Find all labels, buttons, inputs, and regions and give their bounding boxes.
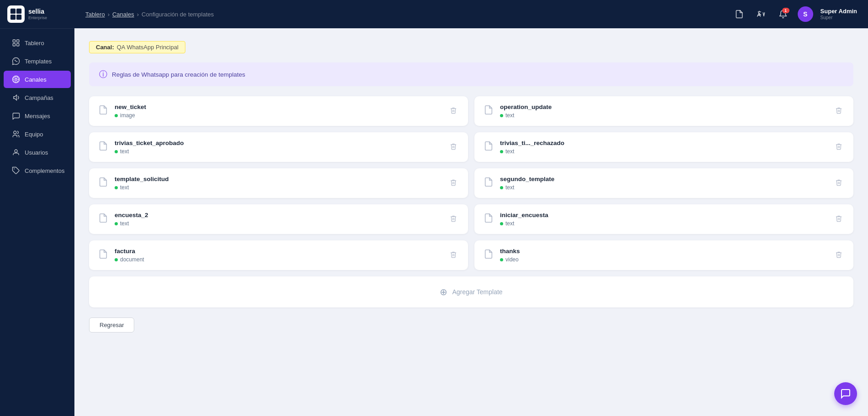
template-type: video: [500, 256, 827, 263]
delete-template-button[interactable]: [833, 141, 844, 154]
sidebar-item-templates[interactable]: Templates: [4, 52, 71, 70]
delete-template-button[interactable]: [833, 177, 844, 190]
notifications-icon-btn[interactable]: 1: [776, 7, 790, 21]
type-label: video: [505, 256, 519, 263]
type-dot: [115, 114, 118, 117]
template-name: segundo_template: [500, 176, 827, 182]
sidebar-item-label: Equipo: [25, 131, 43, 138]
type-dot: [500, 114, 503, 117]
template-card[interactable]: encuesta_2 text: [89, 204, 468, 234]
sidebar-item-complementos[interactable]: Complementos: [4, 162, 71, 179]
template-type: document: [115, 256, 442, 263]
type-label: text: [505, 112, 514, 119]
doc-icon: [98, 177, 108, 189]
svg-rect-6: [13, 44, 15, 46]
template-card[interactable]: new_ticket image: [89, 96, 468, 126]
type-dot: [115, 258, 118, 261]
template-type: image: [115, 112, 442, 119]
canal-label: Canal:: [96, 44, 114, 51]
breadcrumb-tablero[interactable]: Tablero: [85, 11, 105, 18]
template-name: trivias_ticket_aprobado: [115, 140, 442, 146]
template-type: text: [115, 184, 442, 191]
svg-point-9: [14, 77, 19, 82]
svg-rect-4: [13, 40, 15, 42]
type-label: text: [120, 220, 129, 227]
type-dot: [115, 186, 118, 189]
template-info: new_ticket image: [115, 104, 442, 119]
delete-template-button[interactable]: [833, 249, 844, 262]
add-template-card[interactable]: ⊕ Agregar Template: [89, 276, 853, 307]
template-info: factura document: [115, 248, 442, 263]
breadcrumb-sep2: ›: [137, 11, 139, 18]
avatar[interactable]: S: [798, 6, 813, 22]
sidebar-item-label: Tablero: [25, 40, 44, 47]
delete-template-button[interactable]: [833, 213, 844, 226]
delete-template-button[interactable]: [448, 213, 459, 226]
logo-icon: [7, 5, 25, 23]
chat-bubble-button[interactable]: [834, 382, 857, 405]
breadcrumb-canales[interactable]: Canales: [112, 11, 134, 18]
type-dot: [500, 258, 503, 261]
sidebar-item-campanas[interactable]: Campañas: [4, 89, 71, 106]
type-label: text: [120, 184, 129, 191]
back-button[interactable]: Regresar: [89, 317, 134, 333]
svg-rect-1: [16, 9, 21, 14]
info-banner[interactable]: ⓘ Reglas de Whatsapp para creación de te…: [89, 62, 853, 86]
template-card[interactable]: thanks video: [474, 240, 853, 270]
doc-icon: [484, 177, 494, 189]
delete-template-button[interactable]: [448, 141, 459, 154]
puzzle-icon: [12, 166, 20, 175]
template-type: text: [500, 148, 827, 155]
template-info: iniciar_encuesta text: [500, 212, 827, 227]
svg-point-11: [14, 131, 16, 134]
topbar: Tablero › Canales › Configuración de tem…: [74, 0, 868, 28]
user-name: Super Admin: [821, 8, 857, 15]
type-dot: [115, 222, 118, 225]
template-card[interactable]: trivias_ticket_aprobado text: [89, 132, 468, 162]
template-name: thanks: [500, 248, 827, 255]
sidebar-item-equipo[interactable]: Equipo: [4, 125, 71, 143]
sidebar-item-mensajes[interactable]: Mensajes: [4, 107, 71, 125]
template-name: factura: [115, 248, 442, 255]
content: Canal: QA WhatsApp Principal ⓘ Reglas de…: [74, 28, 868, 416]
breadcrumb: Tablero › Canales › Configuración de tem…: [85, 11, 214, 18]
sidebar-item-label: Complementos: [25, 167, 64, 174]
template-name: template_solicitud: [115, 176, 442, 182]
doc-icon: [484, 249, 494, 261]
docs-icon-btn[interactable]: [732, 7, 747, 21]
template-info: segundo_template text: [500, 176, 827, 191]
template-type: text: [500, 112, 827, 119]
translate-icon-btn[interactable]: [754, 7, 768, 21]
sidebar-item-tablero[interactable]: Tablero: [4, 34, 71, 52]
grid-icon: [12, 39, 20, 47]
brand-name: sellia: [28, 8, 47, 15]
type-label: text: [505, 184, 514, 191]
delete-template-button[interactable]: [448, 105, 459, 118]
doc-icon: [484, 105, 494, 117]
notification-badge: 1: [782, 8, 789, 13]
template-card[interactable]: segundo_template text: [474, 168, 853, 198]
user-info: Super Admin Super: [821, 8, 857, 21]
type-dot: [500, 222, 503, 225]
template-type: text: [500, 220, 827, 227]
doc-icon: [98, 105, 108, 117]
delete-template-button[interactable]: [833, 105, 844, 118]
doc-icon: [98, 213, 108, 225]
sidebar-item-usuarios[interactable]: Usuarios: [4, 144, 71, 161]
template-card[interactable]: factura document: [89, 240, 468, 270]
delete-template-button[interactable]: [448, 177, 459, 190]
sidebar-item-label: Templates: [25, 58, 52, 65]
sidebar-item-label: Canales: [25, 76, 47, 83]
template-card[interactable]: operation_update text: [474, 96, 853, 126]
template-name: new_ticket: [115, 104, 442, 110]
template-card[interactable]: template_solicitud text: [89, 168, 468, 198]
svg-rect-0: [11, 9, 16, 14]
delete-template-button[interactable]: [448, 249, 459, 262]
template-name: iniciar_encuesta: [500, 212, 827, 218]
type-label: document: [120, 256, 144, 263]
template-card[interactable]: iniciar_encuesta text: [474, 204, 853, 234]
template-card[interactable]: trivias_ti..._rechazado text: [474, 132, 853, 162]
sidebar-item-canales[interactable]: Canales: [4, 71, 71, 88]
svg-rect-7: [17, 44, 19, 46]
type-label: text: [505, 220, 514, 227]
